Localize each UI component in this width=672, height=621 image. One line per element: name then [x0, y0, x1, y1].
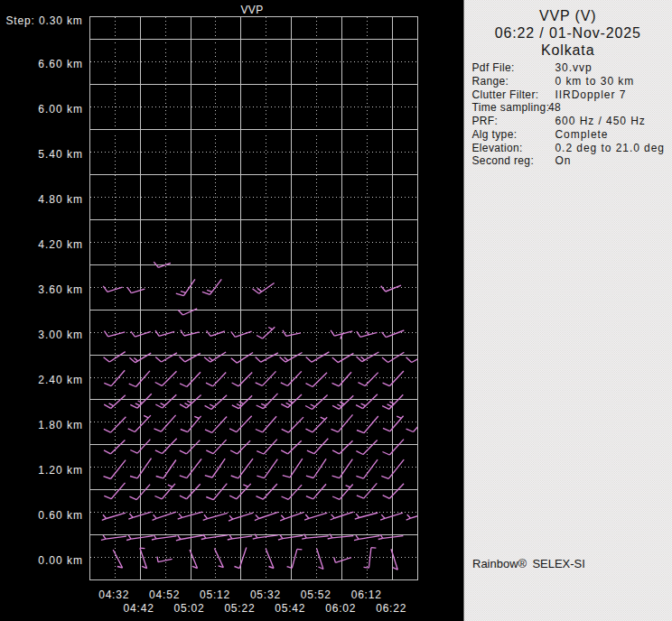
- svg-text:05:42: 05:42: [275, 602, 305, 615]
- svg-text:3.60 km: 3.60 km: [38, 283, 83, 296]
- svg-text:2.40 km: 2.40 km: [38, 374, 83, 386]
- svg-text:0.60 km: 0.60 km: [38, 509, 83, 522]
- svg-text:3.00 km: 3.00 km: [38, 329, 83, 341]
- svg-text:05:12: 05:12: [200, 589, 230, 601]
- svg-text:4.20 km: 4.20 km: [38, 238, 83, 251]
- svg-text:04:42: 04:42: [124, 602, 154, 615]
- svg-text:04:52: 04:52: [149, 589, 180, 601]
- svg-text:05:02: 05:02: [173, 602, 204, 615]
- svg-text:05:52: 05:52: [301, 589, 331, 601]
- svg-text:4.80 km: 4.80 km: [38, 193, 83, 206]
- svg-text:06:02: 06:02: [325, 602, 356, 615]
- svg-text:06:12: 06:12: [351, 589, 382, 601]
- svg-text:6.00 km: 6.00 km: [38, 103, 83, 116]
- svg-text:05:22: 05:22: [224, 602, 255, 615]
- svg-text:6.60 km: 6.60 km: [38, 58, 83, 70]
- svg-text:Step: 0.30 km: Step: 0.30 km: [6, 14, 83, 27]
- svg-text:0.00 km: 0.00 km: [38, 554, 83, 567]
- svg-text:VVP: VVP: [240, 4, 263, 16]
- svg-text:05:32: 05:32: [250, 589, 281, 601]
- svg-text:5.40 km: 5.40 km: [38, 148, 83, 161]
- svg-text:06:22: 06:22: [376, 602, 406, 615]
- svg-text:1.80 km: 1.80 km: [38, 419, 83, 431]
- svg-text:04:32: 04:32: [98, 589, 129, 601]
- svg-text:1.20 km: 1.20 km: [38, 464, 83, 477]
